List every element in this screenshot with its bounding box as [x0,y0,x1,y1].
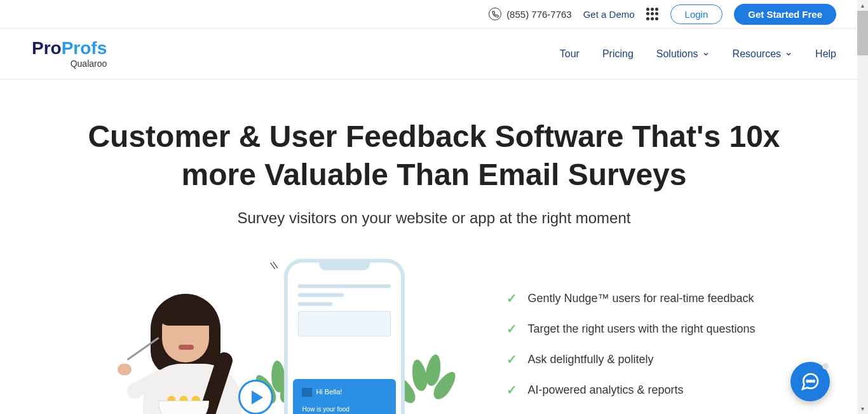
svg-point-0 [807,380,809,382]
popup-greeting: Hi Bella! [316,388,342,396]
feature-item: ✓ Target the right users with the right … [506,321,755,336]
hero-subtitle: Survey visitors on your website or app a… [0,209,868,227]
scroll-thumb[interactable] [857,11,868,55]
nav-resources[interactable]: Resources [733,48,792,60]
hero-illustration: \\ Hi Bella! How is your food [112,259,430,414]
nav-solutions-label: Solutions [656,48,698,60]
feature-text: AI-powered analytics & reports [527,383,683,397]
survey-popup: Hi Bella! How is your food [293,379,396,414]
phone-icon [489,8,501,20]
chat-widget-button[interactable] [790,362,830,401]
logo-subbrand: Qualaroo [71,59,107,69]
nav-tour[interactable]: Tour [560,48,580,60]
check-icon: ✓ [506,291,517,306]
nav-pricing[interactable]: Pricing [602,48,634,60]
feature-item: ✓ AI-powered analytics & reports [506,382,755,397]
scroll-up-arrow[interactable]: ▴ [857,0,868,11]
check-icon: ✓ [506,352,517,367]
plant-right-icon [397,354,454,414]
feature-text: Target the right users with the right qu… [527,322,755,336]
play-video-button[interactable] [238,380,273,414]
nav-items: Tour Pricing Solutions Resources Help [560,48,836,60]
scroll-down-arrow[interactable]: ▾ [857,403,868,414]
feature-text: Ask delightfully & politely [527,353,653,366]
phone-mockup: Hi Bella! How is your food [284,259,405,414]
check-icon: ✓ [506,321,517,336]
logo-part1: Pro [32,38,62,58]
nav-resources-label: Resources [733,48,781,60]
logo[interactable]: ProProfs Qualaroo [32,39,107,69]
chevron-down-icon [785,50,792,58]
hero-section: Customer & User Feedback Software That's… [0,79,868,227]
features-list: ✓ Gently Nudge™ users for real-time feed… [506,291,755,413]
popup-question: How is your food [302,406,387,413]
feature-item: ✓ Gently Nudge™ users for real-time feed… [506,291,755,306]
nav-solutions[interactable]: Solutions [656,48,710,60]
spark-lines-icon: \\ [270,259,280,272]
feature-text: Gently Nudge™ users for real-time feedba… [527,292,754,305]
check-icon: ✓ [506,382,517,397]
login-button[interactable]: Login [670,4,723,24]
phone-number[interactable]: (855) 776-7763 [489,8,572,20]
phone-text: (855) 776-7763 [506,9,572,20]
svg-point-2 [813,380,815,382]
content-row: \\ Hi Bella! How is your food [0,259,868,414]
chat-icon [800,371,820,392]
chat-notification-dot [822,363,829,369]
utility-bar: (855) 776-7763 Get a Demo Login Get Star… [0,0,868,29]
get-demo-link[interactable]: Get a Demo [583,9,635,20]
play-icon [252,390,263,404]
nav-help[interactable]: Help [815,48,836,60]
hero-title: Customer & User Feedback Software That's… [85,118,783,194]
main-nav: ProProfs Qualaroo Tour Pricing Solutions… [0,29,868,79]
chevron-down-icon [702,50,710,58]
logo-part2: Profs [62,38,107,58]
get-started-button[interactable]: Get Started Free [734,4,836,25]
logo-wordmark: ProProfs [32,39,107,57]
apps-grid-icon[interactable] [646,8,659,20]
svg-point-1 [810,380,811,382]
scrollbar[interactable]: ▴ ▾ [857,0,868,414]
feature-item: ✓ Ask delightfully & politely [506,352,755,367]
